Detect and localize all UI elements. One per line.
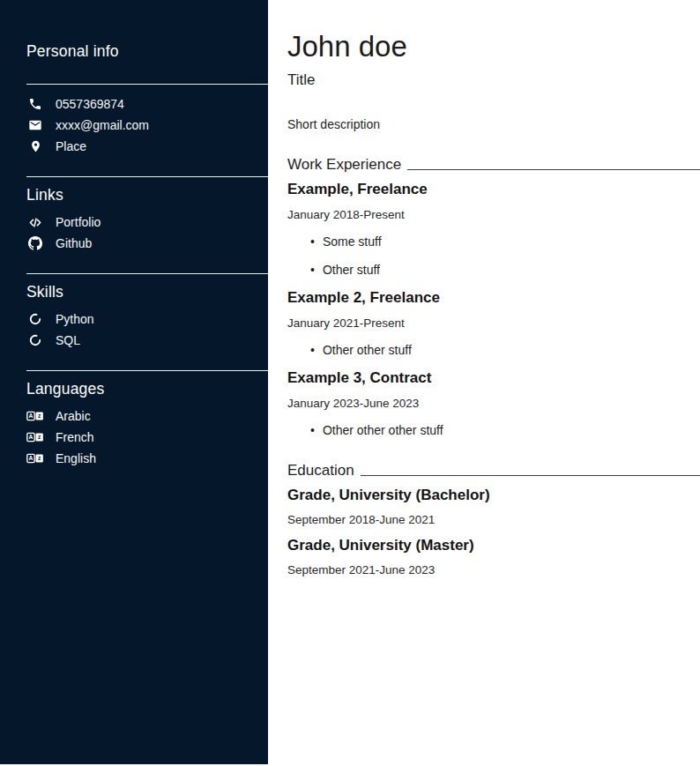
language-icon: Az: [26, 431, 44, 443]
phone-icon: [26, 97, 44, 111]
language-item: Az French: [26, 427, 268, 448]
entry-role: Example 2, Freelance: [287, 289, 700, 307]
links-heading: Links: [26, 186, 268, 205]
work-experience-header: Work Experience: [287, 156, 700, 174]
language-item: Az English: [26, 448, 268, 469]
experience-entry: Example 2, Freelance January 2021-Presen…: [287, 289, 700, 357]
contact-item-email: xxxx@gmail.com: [26, 115, 268, 136]
skill-item: SQL: [26, 330, 268, 351]
links-list: Portfolio Github: [26, 212, 268, 254]
entry-dates: January 2021-Present: [287, 316, 700, 330]
skills-heading: Skills: [26, 283, 268, 301]
degree-dates: September 2021-June 2023: [287, 563, 700, 576]
sidebar-divider: [26, 370, 268, 371]
work-experience-heading: Work Experience: [287, 156, 401, 174]
language-item: Az Arabic: [26, 405, 268, 427]
portfolio-link-label: Portfolio: [56, 215, 101, 229]
svg-text:A: A: [29, 413, 34, 420]
short-description: Short description: [287, 117, 700, 131]
skill-label: Python: [56, 312, 94, 326]
languages-list: Az Arabic Az French Az English: [26, 405, 268, 469]
section-rule: [407, 169, 700, 170]
language-label: Arabic: [56, 409, 91, 423]
resume-page: Personal info 0557369874 xxxx@gmail.com …: [0, 0, 700, 766]
sidebar: Personal info 0557369874 xxxx@gmail.com …: [0, 0, 268, 764]
education-entry: Grade, University (Master) September 202…: [287, 537, 700, 576]
language-label: French: [56, 430, 94, 444]
entry-dates: January 2023-June 2023: [287, 397, 700, 410]
circle-notch-icon: [26, 334, 44, 346]
entry-bullet-list: Other other other stuff: [287, 423, 700, 437]
education-heading: Education: [287, 462, 354, 480]
contact-list: 0557369874 xxxx@gmail.com Place: [26, 93, 268, 157]
svg-text:A: A: [29, 435, 34, 441]
place-label: Place: [56, 139, 86, 153]
section-rule: [361, 475, 700, 476]
sidebar-divider: [26, 84, 268, 85]
candidate-title: Title: [287, 71, 700, 89]
entry-bullet: Other other other stuff: [310, 423, 700, 437]
svg-text:A: A: [29, 456, 34, 462]
language-label: English: [56, 451, 96, 465]
education-section: Grade, University (Bachelor) September 2…: [287, 487, 700, 576]
entry-role: Example, Freelance: [287, 181, 700, 198]
code-icon: [26, 216, 44, 229]
email-address: xxxx@gmail.com: [56, 118, 149, 132]
experience-entry: Example 3, Contract January 2023-June 20…: [287, 369, 700, 437]
contact-item-place: Place: [26, 136, 268, 157]
degree-title: Grade, University (Bachelor): [287, 487, 700, 504]
github-icon: [26, 236, 44, 250]
contact-item-phone: 0557369874: [26, 93, 268, 115]
sidebar-divider: [26, 176, 268, 177]
skills-list: Python SQL: [26, 309, 268, 351]
phone-number: 0557369874: [56, 97, 124, 111]
experience-entry: Example, Freelance January 2018-Present …: [287, 181, 700, 277]
entry-bullet-list: Other other stuff: [287, 343, 700, 357]
candidate-name: John doe: [287, 30, 700, 63]
languages-heading: Languages: [26, 380, 268, 398]
skill-label: SQL: [56, 333, 80, 347]
envelope-icon: [26, 118, 44, 132]
link-item-portfolio[interactable]: Portfolio: [26, 212, 268, 233]
entry-bullet: Some stuff: [310, 234, 700, 249]
entry-bullet-list: Some stuff Other stuff: [287, 234, 700, 277]
link-item-github[interactable]: Github: [26, 233, 268, 254]
entry-role: Example 3, Contract: [287, 369, 700, 387]
education-header: Education: [287, 462, 700, 480]
github-link-label: Github: [56, 236, 92, 250]
work-experience-section: Example, Freelance January 2018-Present …: [287, 181, 700, 437]
main-content: John doe Title Short description Work Ex…: [268, 0, 700, 766]
language-icon: Az: [26, 452, 44, 465]
entry-bullet: Other stuff: [310, 263, 700, 277]
personal-info-heading: Personal info: [26, 42, 268, 61]
entry-dates: January 2018-Present: [287, 208, 700, 221]
entry-bullet: Other other stuff: [310, 343, 700, 357]
language-icon: Az: [26, 410, 44, 422]
degree-title: Grade, University (Master): [287, 537, 700, 554]
skill-item: Python: [26, 309, 268, 330]
degree-dates: September 2018-June 2021: [287, 513, 700, 526]
sidebar-divider: [26, 273, 268, 274]
circle-notch-icon: [26, 313, 44, 325]
location-pin-icon: [26, 139, 44, 153]
education-entry: Grade, University (Bachelor) September 2…: [287, 487, 700, 526]
